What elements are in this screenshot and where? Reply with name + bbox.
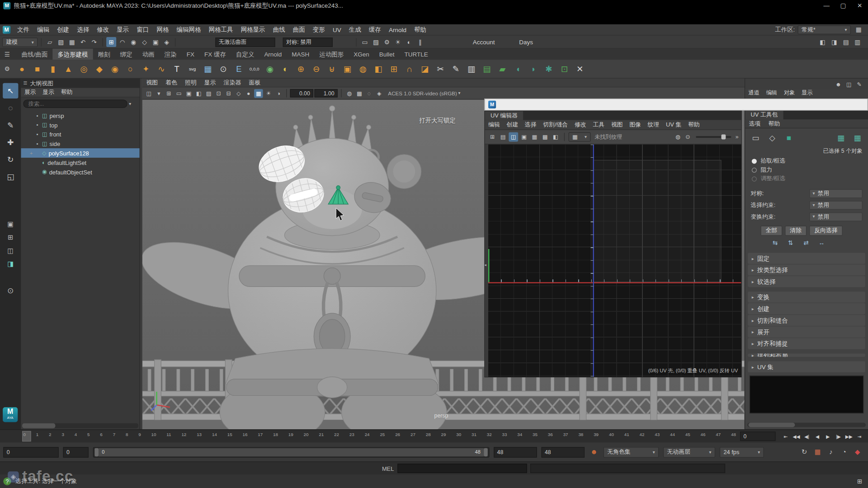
menu-item[interactable]: 切割/缝合 bbox=[540, 120, 571, 130]
vp-safe-action-icon[interactable]: ⊡ bbox=[214, 89, 223, 98]
outliner-item-front[interactable]: ▪ ◫ front bbox=[21, 130, 140, 139]
outliner-item-defaultobjectset[interactable]: ◉ defaultObjectSet bbox=[21, 167, 140, 177]
save-scene-icon[interactable]: ▦ bbox=[67, 37, 77, 47]
vp-ao-icon[interactable]: ◍ bbox=[345, 89, 354, 98]
open-scene-icon[interactable]: ▨ bbox=[56, 37, 66, 47]
toolkit-section-header[interactable]: ▸ 展开 bbox=[748, 326, 865, 337]
film-icon[interactable]: ◫ bbox=[845, 80, 853, 89]
rotate-tool-icon[interactable]: ↻ bbox=[3, 152, 18, 167]
quad-draw-icon[interactable]: ▤ bbox=[479, 61, 494, 76]
fps-dropdown[interactable]: 24 fps▾ bbox=[720, 447, 764, 457]
menu-item[interactable]: 照明 bbox=[181, 79, 200, 87]
snap-plane-icon[interactable]: ◇ bbox=[140, 37, 150, 47]
menu-item[interactable]: 网格显示 bbox=[237, 24, 269, 35]
colorspace-label[interactable]: ACES 1.0 SDR-video (sRGB) bbox=[388, 90, 457, 96]
paint-select-tool-icon[interactable]: ✎ bbox=[3, 117, 18, 133]
select-tool-icon[interactable]: ↖ bbox=[3, 83, 18, 99]
new-scene-icon[interactable]: ▱ bbox=[45, 37, 55, 47]
evaluation-clock-icon[interactable]: ◔ bbox=[839, 447, 849, 457]
character-set-dropdown[interactable]: 无角色集▾ bbox=[604, 447, 659, 457]
menu-item[interactable]: 工具 bbox=[590, 120, 608, 130]
menu-item[interactable]: 纹理 bbox=[644, 120, 662, 130]
lasso-tool-icon[interactable]: ◌ bbox=[3, 100, 18, 116]
menu-item[interactable]: 文件 bbox=[13, 24, 33, 35]
uv-editor-titlebar[interactable]: M bbox=[484, 99, 868, 111]
toggle-channel-box-icon[interactable]: ▥ bbox=[853, 37, 863, 47]
vp-shadows-icon[interactable]: ◑ bbox=[274, 89, 283, 98]
shelf-tab[interactable]: 多边形建模 bbox=[52, 49, 93, 60]
vp-camera-attrs-icon[interactable]: ◫ bbox=[145, 89, 154, 98]
menu-item[interactable]: 着色 bbox=[162, 79, 181, 87]
exposure-field[interactable]: 0.00 bbox=[290, 89, 313, 97]
layout-uv-persp-icon[interactable]: ◨ bbox=[4, 258, 17, 270]
pause-icon[interactable]: ∥ bbox=[415, 37, 425, 47]
menu-item[interactable]: 帮助 bbox=[764, 119, 784, 127]
menu-item[interactable]: 编辑 bbox=[763, 89, 780, 98]
constraint-dropdown[interactable]: ▾ 禁用 bbox=[809, 212, 863, 221]
avatar-icon[interactable]: ☻ bbox=[834, 80, 842, 89]
vp-isolate-select-icon[interactable]: ◈ bbox=[375, 89, 384, 98]
vp-xray-icon[interactable]: ◌ bbox=[365, 89, 374, 98]
toolkit-section-header[interactable]: ▸ 排列和布局 bbox=[748, 353, 865, 357]
cached-playback-icon[interactable]: ▦ bbox=[813, 447, 823, 457]
expander[interactable]: + bbox=[30, 150, 34, 155]
time-slider[interactable]: 0123456789101112131415161718192021222324… bbox=[0, 429, 868, 442]
pencil-curve-icon[interactable]: ✎ bbox=[448, 61, 463, 76]
outliner-item-side[interactable]: ▪ ◫ side bbox=[21, 139, 140, 148]
toolkit-section-header[interactable]: ▸ 固定 bbox=[748, 253, 865, 264]
menu-item[interactable]: 选择 bbox=[521, 120, 539, 130]
boolean-union-icon[interactable]: ⊕ bbox=[293, 61, 308, 76]
speaker-icon[interactable]: ♪ bbox=[826, 447, 836, 457]
smooth-mesh-icon[interactable]: ◍ bbox=[355, 61, 370, 76]
days-menu[interactable]: Days bbox=[519, 39, 533, 46]
vp-safe-title-icon[interactable]: ⊟ bbox=[224, 89, 233, 98]
radio-option[interactable]: 拾取/框选 bbox=[745, 157, 868, 166]
shelf-tab[interactable]: TURTLE bbox=[399, 49, 433, 60]
outliner-item-top[interactable]: ▪ ◫ top bbox=[21, 120, 140, 130]
shelf-tab[interactable]: Arnold bbox=[259, 49, 287, 60]
workspace-grid-icon[interactable]: ▦ bbox=[854, 24, 863, 34]
uv-image-ratio-icon[interactable]: ◧ bbox=[551, 132, 560, 142]
range-start-field[interactable]: 0 bbox=[63, 447, 89, 457]
play-forwards-button[interactable]: ▶ bbox=[823, 432, 833, 441]
outliner-item-persp[interactable]: ▪ ◫ persp bbox=[21, 111, 140, 120]
zoom-select-icon[interactable]: ⊙ bbox=[4, 284, 17, 296]
shaded-display-icon[interactable]: ◐ bbox=[404, 37, 414, 47]
dim-image-slider[interactable] bbox=[696, 136, 731, 138]
layout-single-pane-icon[interactable]: ▣ bbox=[4, 218, 17, 230]
character-set-icon[interactable]: ☻ bbox=[589, 447, 599, 457]
target-weld-icon[interactable]: ⊡ bbox=[557, 61, 572, 76]
constraint-dropdown[interactable]: ▾ 禁用 bbox=[809, 189, 863, 198]
menu-item[interactable]: 创建 bbox=[503, 120, 521, 130]
radio-option[interactable]: 阻力 bbox=[745, 165, 868, 174]
grab-tool-icon[interactable]: ✱ bbox=[542, 61, 557, 76]
uv-checker-icon[interactable]: ▩ bbox=[540, 132, 550, 142]
toggle-attribute-editor-icon[interactable]: ◨ bbox=[829, 37, 839, 47]
menu-item[interactable]: 曲线 bbox=[269, 24, 289, 35]
menu-item[interactable]: Arnold bbox=[385, 24, 410, 35]
bevel-icon[interactable]: ◪ bbox=[417, 61, 432, 76]
menu-item[interactable]: 视图 bbox=[608, 120, 626, 130]
uv-cube-map-icon[interactable]: ■ bbox=[783, 131, 795, 144]
toolkit-section-header[interactable]: ▸ 变换 bbox=[748, 291, 865, 302]
shelf-tab[interactable]: 绑定 bbox=[115, 49, 137, 60]
toolkit-hscrollbar[interactable] bbox=[747, 423, 866, 427]
redo-icon[interactable]: ↷ bbox=[89, 37, 99, 47]
constraint-dropdown[interactable]: ▾ 禁用 bbox=[809, 201, 863, 210]
animation-end-field[interactable]: 48 bbox=[542, 447, 585, 457]
vp-wireframe-icon[interactable]: ◇ bbox=[234, 89, 243, 98]
step-back-frame-button[interactable]: ◀◀ bbox=[791, 432, 802, 441]
sculpt-tool-icon[interactable]: ◖ bbox=[510, 61, 525, 76]
layout-four-pane-icon[interactable]: ⊞ bbox=[4, 231, 17, 244]
menu-item[interactable]: 显示 bbox=[39, 88, 57, 97]
mirror-mesh-icon[interactable]: ◧ bbox=[371, 61, 386, 76]
gamma-field[interactable]: 1.00 bbox=[315, 89, 338, 97]
menu-item[interactable]: UV 集 bbox=[663, 120, 685, 130]
toolkit-section-header[interactable]: ▸ 软选择 bbox=[748, 276, 865, 287]
snap-view-icon[interactable]: ▣ bbox=[151, 37, 160, 47]
shelf-tab[interactable]: Bullet bbox=[374, 49, 400, 60]
minimize-button[interactable]: — bbox=[818, 0, 835, 10]
vp-textured-icon[interactable]: ▦ bbox=[254, 89, 263, 98]
toolkit-button[interactable]: 清除 bbox=[785, 226, 807, 236]
radio-option[interactable]: 调整/框选 bbox=[745, 174, 868, 183]
